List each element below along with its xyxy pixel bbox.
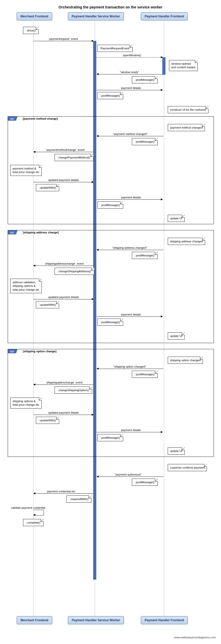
note-update-ui-2: update UI [168, 332, 185, 340]
arrow-head-icon [33, 265, 35, 267]
note-pm-changed: payment method changed [168, 124, 205, 131]
arrow-head-icon [33, 514, 35, 516]
arrow-line [35, 152, 93, 152]
note-pm-total: payment method & total price change etc [10, 165, 42, 176]
note-text: update UI [170, 449, 182, 453]
note-text: `.complete()` [25, 521, 41, 524]
arrow-line [33, 182, 93, 182]
note-update-ui-1: update UI [168, 215, 185, 222]
arrow-head-icon [97, 73, 99, 75]
note-so-total: shipping options & total price change et… [10, 398, 42, 409]
note-text: shipping options & total price change et… [13, 400, 39, 406]
opt-cond-sa: [shipping address change] [23, 231, 59, 234]
note-text: `.respondWith()` [69, 498, 89, 501]
arrow-line [97, 57, 162, 58]
note-text: `.postMessage()` [134, 78, 155, 81]
arrow-line [99, 136, 163, 136]
opt-tab: opt [8, 117, 17, 121]
arrow-head-icon [97, 249, 99, 251]
participant-sw-top: Payment Handler Service Worker [68, 12, 124, 20]
note-postmsg-4: `.postMessage()` [97, 201, 123, 209]
note-text: customer confirms payment [170, 466, 205, 469]
note-text: `.postMessage()` [100, 204, 121, 207]
note-text: `PaymentRequestEvent` [100, 47, 130, 50]
msg-sa-changed: "shipping address changed" [111, 246, 148, 249]
note-postmsg-7: `.postMessage()` [132, 371, 158, 378]
arrow-line [33, 41, 93, 41]
note-show: `.show()` [23, 27, 39, 34]
note-text: `.changePaymentMethod()` [57, 156, 91, 159]
note-postmsg-5: `.postMessage()` [132, 252, 158, 259]
note-text: `.updateWith()` [38, 419, 57, 422]
participant-ph-top: Payment Handler Frontend [141, 12, 188, 20]
msg-pay-auth: "payment authorized" [114, 473, 142, 476]
participant-merchant-top: Merchant Frontend [17, 12, 52, 20]
msg-validate: validate payment credential [10, 506, 46, 509]
participant-label: Payment Handler Frontend [145, 15, 184, 18]
note-text: update UI [170, 217, 182, 220]
arrow-line [33, 299, 93, 299]
msg-pm-changed: "payment method changed" [112, 132, 148, 135]
arrow-head-icon [161, 315, 163, 318]
note-text: `.changeShippingOption()` [57, 389, 90, 392]
arrow-head-icon [92, 181, 94, 183]
note-update-ui-3: update UI [168, 447, 185, 455]
note-text: `.postMessage()` [100, 94, 121, 97]
arrow-head-icon [161, 431, 163, 433]
msg-pmc-event: `paymentmethodchange` event [45, 148, 85, 151]
arrow-line [99, 74, 163, 74]
note-updatewith-3: `.updateWith()` [36, 417, 59, 424]
msg-updated-2: updated payment details [47, 296, 80, 299]
arrow-head-icon [33, 492, 35, 494]
note-updatewith-2: `.updateWith()` [36, 301, 59, 308]
note-complete: `.complete()` [23, 519, 44, 526]
msg-openwindow: `.openWindow()` [120, 54, 143, 57]
arrow-head-icon [161, 198, 163, 200]
msg-paydetails-1: payment details [120, 86, 142, 89]
note-text: construct UI for the customer [170, 108, 206, 111]
note-text: payment method changed [170, 126, 203, 129]
arrow-head-icon [92, 414, 94, 416]
note-window-opened: window opened and content loaded [169, 60, 198, 71]
note-postmsg-9: `.postMessage()` [132, 479, 158, 486]
participant-label: Payment Handler Service Worker [72, 15, 120, 18]
arrow-head-icon [33, 151, 35, 153]
arrow-head-icon [97, 476, 99, 478]
participant-ph-bot: Payment Handler Frontend [141, 616, 188, 624]
arrow-line [35, 493, 93, 494]
participant-merchant-bot: Merchant Frontend [17, 616, 52, 624]
arrow-head-icon [92, 298, 94, 300]
note-text: `.postMessage()` [134, 373, 155, 376]
arrow-head-icon [97, 135, 99, 137]
opt-cond-pm: [payment method change] [23, 117, 58, 120]
msg-paymentrequest: `paymentrequest` event [47, 37, 79, 40]
note-text: `.postMessage()` [100, 321, 121, 324]
note-text: `.postMessage()` [134, 481, 155, 484]
msg-updated-3: updated payment details [47, 411, 80, 414]
note-sa-changed: shipping address changed [168, 238, 205, 245]
note-text: update UI [170, 334, 182, 337]
note-postmsg-6: `.postMessage()` [97, 319, 123, 326]
arrow-line [99, 477, 163, 477]
sequence-diagram: Orchestrating the payment transaction on… [5, 5, 216, 639]
participant-label: Payment Handler Frontend [145, 618, 184, 622]
arrow-line [97, 199, 162, 200]
note-change-pm: `.changePaymentMethod()` [55, 154, 93, 161]
note-text: `.postMessage()` [134, 140, 155, 143]
note-postmsg-8: `.postMessage()` [97, 434, 123, 441]
note-respondwith: `.respondWith()` [67, 495, 91, 503]
msg-paydetails-3: payment details [120, 313, 142, 316]
participant-label: Merchant Frontend [20, 618, 48, 622]
arrow-line [35, 266, 93, 266]
note-text: payment method & total price change etc [13, 167, 39, 174]
note-text: `.updateWith()` [38, 186, 57, 189]
msg-sac-event: `shippingaddresschange` event [44, 262, 85, 265]
note-text: `.postMessage()` [134, 254, 155, 257]
participant-sw-bot: Payment Handler Service Worker [68, 616, 124, 624]
note-text: shipping option changed [170, 359, 201, 362]
note-postmsg-3: `.postMessage()` [132, 138, 158, 145]
msg-so-changed: "shipping option changed" [113, 365, 147, 368]
opt-cond-so: [shipping option change] [23, 350, 56, 353]
msg-soc-event: `shippingoptionchange` event [45, 381, 83, 384]
note-postmsg-2: `.postMessage()` [97, 92, 123, 99]
